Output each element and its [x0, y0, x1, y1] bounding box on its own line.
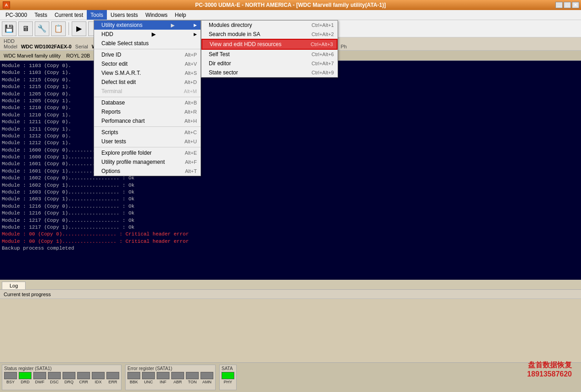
- log-lines-container: Module : 1103 (Copy 0).Module : 1103 (Co…: [2, 63, 579, 252]
- separator-3: [94, 126, 201, 127]
- log-line: Module : 1215 (Copy 1).: [2, 84, 579, 90]
- indicator-drd: DRD: [19, 372, 32, 384]
- log-line: Module : 1205 (Copy 0).: [2, 91, 579, 98]
- indicator-err: ERR: [106, 372, 119, 384]
- error-indicators: BBKUNCINFABRTONAMN: [127, 372, 213, 384]
- submenu-search-sa[interactable]: Search module in SACtrl+Alt+2: [201, 30, 338, 39]
- tools-menu-hdd[interactable]: HDD ▶: [94, 30, 201, 39]
- menu-tests[interactable]: Tests: [31, 10, 51, 20]
- submenu-modules-dir[interactable]: Modules directoryCtrl+Alt+1: [201, 21, 338, 30]
- tools-menu-perf-chart[interactable]: Perfomance chartAlt+H: [94, 116, 201, 125]
- menu-tools[interactable]: Tools: [87, 10, 107, 20]
- tools-dropdown-menu: Utility extensions ▶ HDD ▶ Cable Select …: [94, 20, 201, 176]
- error-light-amn: [201, 372, 213, 379]
- toolbar-hdd-btn[interactable]: 🖥: [18, 21, 33, 36]
- error-indicator-amn: AMN: [201, 372, 213, 384]
- tools-menu-utility-extensions[interactable]: Utility extensions ▶: [94, 21, 201, 30]
- error-indicator-abr: ABR: [171, 372, 184, 384]
- error-light-unc: [142, 372, 155, 379]
- indicator-label-idx: IDX: [95, 380, 101, 384]
- log-line: Module : 1210 (Copy 0).: [2, 105, 579, 111]
- serial-label: Serial: [75, 44, 88, 49]
- tools-menu-reports[interactable]: ReportsAlt+R: [94, 107, 201, 116]
- toolbar-chip-btn[interactable]: 📋: [51, 21, 66, 36]
- hdd-section-label: HDD: [4, 38, 15, 44]
- error-indicator-unc: UNC: [142, 372, 155, 384]
- menu-help[interactable]: Help: [171, 10, 190, 20]
- tools-menu-options[interactable]: OptionsAlt+T: [94, 167, 201, 176]
- toolbar-sata-btn[interactable]: 💾: [2, 21, 16, 36]
- tools-menu-cable-select[interactable]: Cable Select status: [94, 39, 201, 48]
- separator-1: [94, 49, 201, 49]
- submenu-self-test[interactable]: Self TestCtrl+Alt+6: [201, 50, 338, 59]
- log-line: Module : 00 (Copy 0).................. :…: [2, 231, 579, 238]
- error-indicator-inf: INF: [157, 372, 169, 384]
- tools-menu-database[interactable]: DatabaseAlt+B: [94, 98, 201, 107]
- indicator-light-drq: [63, 372, 75, 379]
- indicator-label-err: ERR: [108, 380, 117, 384]
- submenu-view-edit-hdd[interactable]: View and edit HDD resourcesCtrl+Alt+3: [201, 39, 338, 50]
- sata-label-phy: PHY: [224, 380, 232, 384]
- error-light-inf: [157, 372, 169, 379]
- sata1-status-section: Status register (SATA1) BSYDRDDWFDSCDRQC…: [2, 365, 121, 390]
- toolbar-play-btn[interactable]: ▶: [72, 21, 86, 36]
- tools-menu-scripts[interactable]: ScriptsAlt+C: [94, 128, 201, 137]
- watermark: 盘首数据恢复 18913587620: [527, 361, 572, 378]
- menu-bar: PC-3000 Tests Current test Tools Users t…: [0, 10, 581, 20]
- minimize-button[interactable]: _: [555, 2, 563, 8]
- indicator-light-dsc: [48, 372, 61, 379]
- menu-windows[interactable]: Windows: [142, 10, 171, 20]
- error-label-bbk: BBK: [130, 380, 138, 384]
- separator-4: [94, 147, 201, 147]
- log-line: Module : 1216 (Copy 1)................. …: [2, 210, 579, 217]
- tools-menu-user-tests[interactable]: User testsAlt+U: [94, 137, 201, 146]
- error-indicator-ton: TON: [186, 372, 199, 384]
- tools-menu-smart[interactable]: View S.M.A.R.T.Alt+S: [94, 68, 201, 78]
- menu-pc3000[interactable]: PC-3000: [2, 10, 31, 20]
- indicator-dsc: DSC: [48, 372, 61, 384]
- tools-menu-terminal: TerminalAlt+M: [94, 87, 201, 96]
- menu-current-test[interactable]: Current test: [51, 10, 87, 20]
- progress-label: Current test progress: [4, 292, 51, 297]
- error-indicator-bbk: BBK: [127, 372, 140, 384]
- log-line: Module : 1602 (Copy 1)................. …: [2, 182, 579, 189]
- log-line: Module : 1212 (Copy 1).: [2, 140, 579, 146]
- vendor-model: WDC Marvell family utility ROYL 20B: [4, 53, 90, 58]
- toolbar-tool-btn[interactable]: 🔧: [35, 21, 49, 36]
- tools-menu-defect-list[interactable]: Defect list editAlt+D: [94, 78, 201, 87]
- submenu-state-sector[interactable]: State sectorCtrl+Alt+9: [201, 68, 338, 77]
- close-button[interactable]: ✕: [572, 2, 579, 8]
- submenu-dir-editor[interactable]: Dir editorCtrl+Alt+7: [201, 59, 338, 68]
- error-label-ton: TON: [188, 380, 197, 384]
- indicator-light-dwf: [33, 372, 46, 379]
- tools-menu-drive-id[interactable]: Drive IDAlt+P: [94, 50, 201, 59]
- log-line: Module : 1217 (Copy 0)................. …: [2, 217, 579, 224]
- sata-title: SATA: [222, 366, 234, 371]
- window-title: PC-3000 UDMA-E - NORTH AMERICA - [WDC Ma…: [195, 2, 386, 8]
- log-line: Module : 1601 (Copy 0)................. …: [2, 161, 579, 167]
- menu-users-tests[interactable]: Users tests: [107, 10, 142, 20]
- sata-light-phy: [222, 372, 234, 379]
- indicator-label-dsc: DSC: [50, 380, 58, 384]
- indicator-label-drq: DRQ: [64, 380, 74, 384]
- tools-menu-explore-profile[interactable]: Explore profile folderAlt+E: [94, 148, 201, 157]
- log-tab[interactable]: Log: [2, 282, 26, 289]
- tools-menu-sector-edit[interactable]: Sector editAlt+V: [94, 59, 201, 68]
- indicator-light-drd: [19, 372, 32, 379]
- toolbar-sep1: [69, 22, 69, 35]
- log-line: Backup process completed: [2, 245, 579, 252]
- maximize-button[interactable]: □: [564, 2, 571, 8]
- sata1-indicators: BSYDRDDWFDSCDRQCRRIDXERR: [4, 372, 119, 384]
- indicator-light-idx: [92, 372, 105, 379]
- watermark-line2: 18913587620: [527, 370, 572, 378]
- log-line: Module : 1600 (Copy 0)................. …: [2, 147, 579, 154]
- sata1-title: Status register (SATA1): [4, 366, 119, 371]
- error-label-abr: ABR: [174, 380, 182, 384]
- tools-menu-profile-mgmt[interactable]: Utility profile managementAlt+F: [94, 157, 201, 167]
- error-light-abr: [171, 372, 184, 379]
- indicator-crr: CRR: [77, 372, 90, 384]
- indicator-bsy: BSY: [4, 372, 17, 384]
- error-label-amn: AMN: [202, 380, 211, 384]
- log-line: Module : 1216 (Copy 0)................. …: [2, 203, 579, 210]
- log-line: Module : 1600 (Copy 1)................. …: [2, 154, 579, 161]
